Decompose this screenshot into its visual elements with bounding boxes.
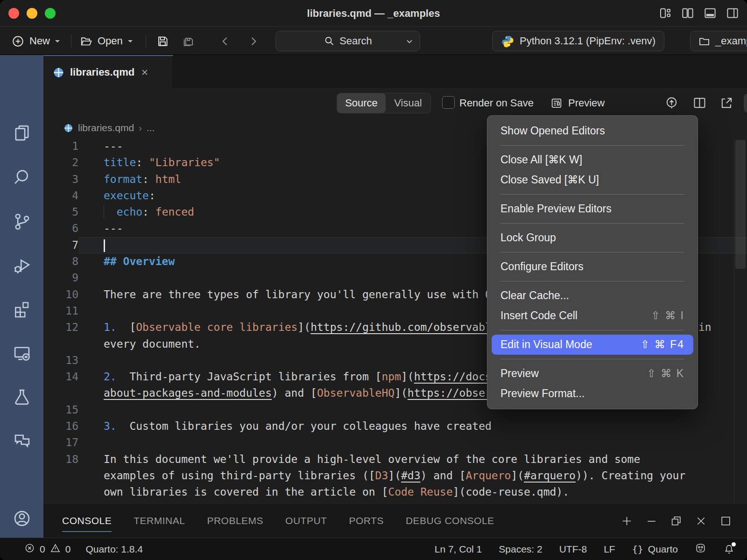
errors-count[interactable]: 0	[40, 544, 45, 555]
render-on-save-checkbox[interactable]	[442, 96, 455, 109]
account-icon[interactable]	[0, 509, 43, 528]
encoding-status[interactable]: UTF-8	[559, 544, 587, 555]
line-number	[43, 468, 78, 484]
code-line: own libraries is covered in the article …	[43, 484, 747, 500]
save-icon	[156, 35, 169, 48]
back-button[interactable]	[218, 27, 232, 55]
panel-tab-problems[interactable]: PROBLEMS	[207, 515, 263, 526]
open-in-new-window-icon[interactable]	[719, 96, 734, 112]
split-editor-icon[interactable]	[692, 96, 707, 112]
panel-tab-console[interactable]: CONSOLE	[62, 515, 112, 526]
line-number: 16	[43, 418, 78, 434]
menu-divider	[500, 281, 684, 281]
notifications-bell-icon[interactable]	[723, 544, 735, 555]
indentation-status[interactable]: Spaces: 2	[499, 544, 542, 555]
line-number	[43, 385, 78, 401]
line-number: 5	[43, 204, 78, 220]
menu-shortcut: ⇧ ⌘ I	[651, 309, 684, 322]
menu-item-close-all-k-w[interactable]: Close All [⌘K W]	[487, 150, 698, 170]
workspace-selector[interactable]: _examples	[690, 31, 747, 51]
search-icon[interactable]	[0, 168, 43, 187]
toggle-panel-icon[interactable]	[703, 6, 717, 22]
tab-label: libraries.qmd	[70, 66, 134, 78]
search-input[interactable]: Search	[275, 31, 420, 51]
line-number: 2	[43, 154, 78, 171]
cursor-position-status[interactable]: Ln 7, Col 1	[435, 544, 482, 555]
line-number: 12	[43, 319, 78, 336]
new-button[interactable]: New	[11, 27, 61, 55]
menu-divider	[500, 145, 684, 146]
minimize-panel-icon[interactable]	[645, 515, 658, 529]
warnings-count[interactable]: 0	[65, 544, 71, 555]
chevron-down-icon	[406, 38, 413, 45]
tab-libraries-qmd[interactable]: libraries.qmd	[43, 55, 173, 89]
extensions-icon[interactable]	[0, 300, 43, 319]
more-actions-button[interactable]	[744, 94, 747, 112]
preview-button[interactable]: Preview	[550, 89, 605, 118]
run-debug-icon[interactable]	[0, 256, 43, 275]
language-mode-status[interactable]: {} Quarto	[632, 544, 678, 555]
line-number: 14	[43, 369, 78, 385]
menu-item-preview-format[interactable]: Preview Format...	[487, 384, 698, 404]
maximize-panel-icon[interactable]	[719, 515, 732, 529]
save-button[interactable]	[156, 27, 169, 55]
visual-mode-button[interactable]: Visual	[386, 93, 430, 113]
toolbar-separator	[71, 35, 71, 48]
line-number: 1	[43, 138, 78, 154]
customize-layout-icon[interactable]	[658, 6, 672, 22]
search-icon	[324, 35, 335, 47]
eol-status[interactable]: LF	[604, 544, 615, 555]
render-document-icon[interactable]	[664, 96, 679, 112]
source-control-icon[interactable]	[0, 212, 43, 231]
text-cursor	[104, 239, 105, 252]
remote-explorer-icon[interactable]	[0, 343, 43, 363]
explorer-icon[interactable]	[0, 123, 43, 143]
window-title: libraries.qmd — _examples	[0, 0, 747, 27]
open-button[interactable]: Open	[79, 27, 134, 55]
editor-action-bar: Source Visual Render on Save Preview	[43, 89, 747, 118]
toggle-secondary-sidebar-icon[interactable]	[726, 6, 740, 22]
warnings-icon[interactable]	[50, 543, 61, 556]
folder-icon	[698, 35, 711, 48]
breadcrumb-more: ...	[147, 122, 155, 133]
menu-item-close-saved-k-u[interactable]: Close Saved [⌘K U]	[487, 170, 698, 190]
line-number: 6	[43, 220, 78, 237]
editor-scrollbar-thumb[interactable]	[735, 140, 746, 269]
notification-dot	[732, 542, 736, 546]
menu-item-clear-cache[interactable]: Clear Cache...	[487, 286, 698, 306]
menu-item-insert-code-cell[interactable]: Insert Code Cell⇧ ⌘ I	[487, 306, 698, 326]
line-number: 15	[43, 402, 78, 418]
menu-item-lock-group[interactable]: Lock Group	[487, 228, 698, 248]
menu-item-edit-in-visual-mode[interactable]: Edit in Visual Mode⇧ ⌘ F4	[492, 335, 693, 355]
render-on-save-label: Render on Save	[459, 89, 534, 118]
menu-shortcut: ⇧ ⌘ K	[647, 367, 684, 380]
new-console-plus-icon[interactable]	[620, 515, 633, 529]
line-number: 10	[43, 287, 78, 303]
close-panel-icon[interactable]	[695, 515, 707, 529]
close-tab-icon[interactable]	[140, 68, 149, 77]
panel-tab-terminal[interactable]: TERMINAL	[134, 515, 185, 526]
menu-divider	[500, 194, 684, 195]
restore-panel-icon[interactable]	[670, 515, 683, 529]
chevron-right-icon	[247, 35, 260, 48]
code-line: examples of using third-party libraries …	[43, 468, 747, 484]
menu-item-enable-preview-editors[interactable]: Enable Preview Editors	[487, 199, 698, 219]
menu-item-preview[interactable]: Preview⇧ ⌘ K	[487, 364, 698, 384]
interpreter-selector[interactable]: Python 3.12.1 (PipEnv: .venv)	[492, 31, 664, 51]
panel-tab-debug-console[interactable]: DEBUG CONSOLE	[406, 515, 494, 526]
panel-tab-output[interactable]: OUTPUT	[285, 515, 327, 526]
panel-tab-ports[interactable]: PORTS	[349, 515, 383, 526]
menu-item-configure-editors[interactable]: Configure Editors	[487, 257, 698, 277]
split-editor-layout-icon[interactable]	[681, 6, 695, 22]
comments-icon[interactable]	[0, 431, 43, 451]
source-mode-button[interactable]: Source	[337, 93, 386, 113]
save-all-button[interactable]	[181, 27, 195, 55]
feedback-smiley-icon[interactable]	[695, 542, 706, 556]
testing-icon[interactable]	[0, 387, 43, 407]
quarto-version-status[interactable]: Quarto: 1.8.4	[85, 544, 143, 555]
forward-button[interactable]	[247, 27, 260, 55]
chevron-down-icon	[54, 37, 61, 45]
title-bar: libraries.qmd — _examples	[0, 0, 747, 27]
errors-icon[interactable]	[24, 543, 35, 556]
menu-item-show-opened-editors[interactable]: Show Opened Editors	[487, 121, 698, 141]
